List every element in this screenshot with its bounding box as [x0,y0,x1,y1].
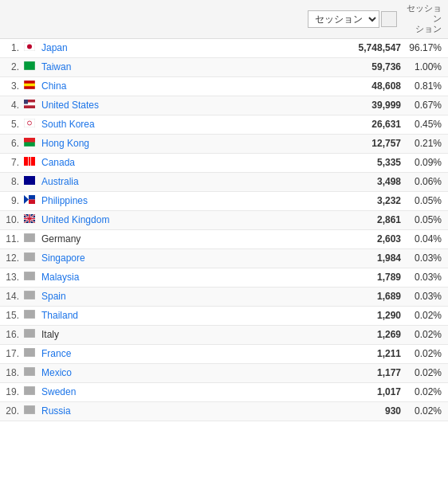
rank-cell: 17. [0,348,22,359]
rank-cell: 20. [0,405,22,417]
country-cell: Australia [22,176,230,187]
svg-rect-33 [24,272,35,280]
rank-cell: 1. [0,42,22,53]
svg-rect-34 [24,291,35,299]
table-header: セッション セッションション [0,0,448,39]
session-value: 1,211 [230,348,404,359]
country-flag [24,291,38,302]
country-cell: Italy [22,329,230,340]
session-value: 3,232 [230,195,404,206]
svg-rect-31 [24,233,35,242]
percent-value: 0.02% [404,405,448,417]
session-value: 1,789 [230,272,404,283]
table-body: 1. Japan5,748,54796.17%2. Taiwan59,7361.… [0,39,448,421]
rank-cell: 16. [0,329,22,340]
table-row: 3. China48,6080.81% [0,77,448,96]
session-value: 59,736 [230,61,404,72]
rank-cell: 9. [0,195,22,206]
svg-rect-17 [24,176,35,181]
country-cell: Spain [22,291,230,302]
session-value: 1,290 [230,310,404,321]
percent-value: 0.05% [404,195,448,206]
country-flag [24,42,38,53]
table-row: 14. Spain1,6890.03% [0,288,448,307]
rank-cell: 18. [0,367,22,378]
table-row: 5. South Korea26,6310.45% [0,115,448,135]
table-row: 11. Germany2,6030.04% [0,230,448,249]
rank-cell: 15. [0,310,22,321]
percent-value: 0.67% [404,100,448,111]
country-link[interactable]: United States [41,100,99,111]
percent-value: 0.03% [404,252,448,264]
percent-value: 0.03% [404,291,448,302]
table-row: 12. Singapore1,9840.03% [0,249,448,268]
table-row: 17. France1,2110.02% [0,345,448,364]
country-cell: United Kingdom [22,214,230,225]
session-value: 2,603 [230,233,404,245]
session-value: 2,861 [230,214,404,225]
country-link[interactable]: Philippines [41,195,88,206]
percent-value: 0.04% [404,233,448,245]
country-cell: Thailand [22,310,230,321]
country-link[interactable]: France [41,348,71,359]
country-link[interactable]: Canada [41,157,75,168]
percent-value: 0.05% [404,214,448,225]
percent-value: 0.02% [404,329,448,340]
table-row: 20. Russia9300.02% [0,402,448,421]
country-cell: France [22,348,230,359]
svg-rect-15 [29,157,30,166]
svg-rect-40 [24,405,35,414]
country-link[interactable]: Thailand [41,310,78,321]
percent-value: 0.21% [404,138,448,149]
table-row: 15. Thailand1,2900.02% [0,307,448,326]
country-flag [24,252,38,264]
rank-cell: 11. [0,233,22,245]
session-dropdown[interactable]: セッション [308,10,379,28]
country-link[interactable]: United Kingdom [41,214,109,225]
country-cell: Germany [22,233,230,245]
country-link[interactable]: Taiwan [41,61,71,72]
country-link[interactable]: Japan [41,42,68,53]
svg-rect-8 [24,100,28,104]
country-link[interactable]: Russia [41,405,71,417]
country-flag [24,100,38,111]
country-link[interactable]: Spain [41,291,66,302]
table-row: 7. Canada5,3350.09% [0,154,448,173]
country-cell: Japan [22,42,230,53]
country-link[interactable]: Australia [41,176,79,187]
country-link[interactable]: Hong Kong [41,138,89,149]
table-row: 1. Japan5,748,54796.17% [0,39,448,58]
table-row: 8. Australia3,4980.06% [0,173,448,192]
country-link[interactable]: Malaysia [41,272,79,283]
svg-rect-12 [24,138,35,143]
country-link[interactable]: Mexico [41,367,72,378]
percent-value: 0.02% [404,310,448,321]
percent-value: 0.45% [404,119,448,130]
country-link[interactable]: Sweden [41,386,76,397]
session-value: 1,689 [230,291,404,302]
percent-value: 0.09% [404,157,448,168]
session-selector[interactable]: セッション [247,10,400,28]
country-link[interactable]: South Korea [41,119,95,130]
svg-rect-36 [24,329,35,338]
country-flag [24,138,38,149]
sort-button[interactable] [381,11,397,27]
country-cell: Canada [22,157,230,168]
svg-rect-9 [24,119,35,127]
main-container: セッション セッションション 1. Japan5,748,54796.17%2.… [0,0,448,493]
table-row: 19. Sweden1,0170.02% [0,383,448,402]
country-flag [24,119,38,130]
session-value: 3,498 [230,176,404,187]
country-cell: Malaysia [22,272,230,283]
country-link[interactable]: China [41,80,66,92]
svg-rect-37 [24,348,35,357]
country-cell: Philippines [22,195,230,206]
country-flag [24,367,38,378]
session-value: 5,335 [230,157,404,168]
country-flag [24,348,38,359]
svg-rect-4 [24,84,35,87]
country-cell: Russia [22,405,230,417]
country-link[interactable]: Singapore [41,252,85,264]
country-cell: South Korea [22,119,230,130]
percent-value: 1.00% [404,61,448,72]
